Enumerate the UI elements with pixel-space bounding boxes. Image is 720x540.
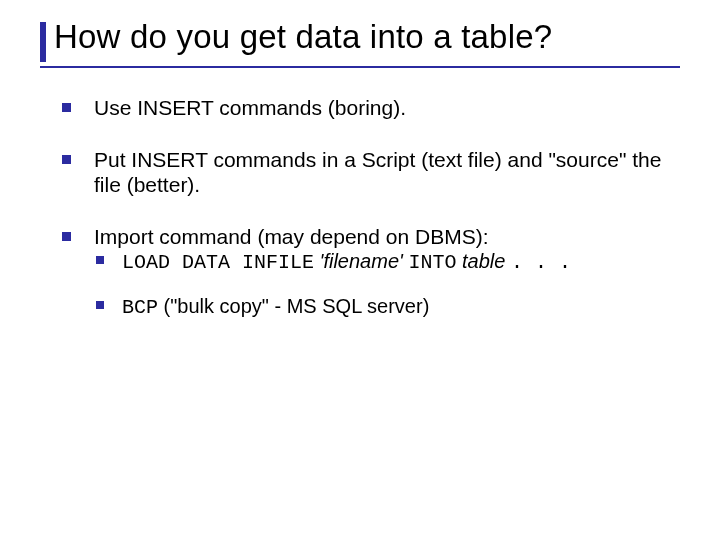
code-text: INTO [408, 251, 456, 274]
list-item: LOAD DATA INFILE 'filename' INTO table .… [94, 249, 670, 275]
list-item: Import command (may depend on DBMS): LOA… [60, 224, 670, 320]
title-area: How do you get data into a table? [40, 18, 680, 56]
slide-body: Use INSERT commands (boring). Put INSERT… [60, 95, 670, 346]
italic-text: 'filename' [320, 250, 403, 272]
bullet-list: Use INSERT commands (boring). Put INSERT… [60, 95, 670, 320]
list-item: Put INSERT commands in a Script (text fi… [60, 147, 670, 198]
italic-text: table [462, 250, 505, 272]
slide-title: How do you get data into a table? [54, 18, 680, 56]
title-underline [40, 66, 680, 68]
code-text: . . . [511, 251, 571, 274]
slide: How do you get data into a table? Use IN… [0, 0, 720, 540]
bullet-text: ("bulk copy" - MS SQL server) [158, 295, 429, 317]
bullet-text: Use INSERT commands (boring). [94, 96, 406, 119]
code-text: LOAD DATA INFILE [122, 251, 314, 274]
bullet-text: Put INSERT commands in a Script (text fi… [94, 148, 661, 197]
title-accent-bar [40, 22, 46, 62]
list-item: Use INSERT commands (boring). [60, 95, 670, 121]
bullet-text: Import command (may depend on DBMS): [94, 225, 489, 248]
code-text: BCP [122, 296, 158, 319]
list-item: BCP ("bulk copy" - MS SQL server) [94, 294, 670, 320]
sub-bullet-list: LOAD DATA INFILE 'filename' INTO table .… [94, 249, 670, 320]
